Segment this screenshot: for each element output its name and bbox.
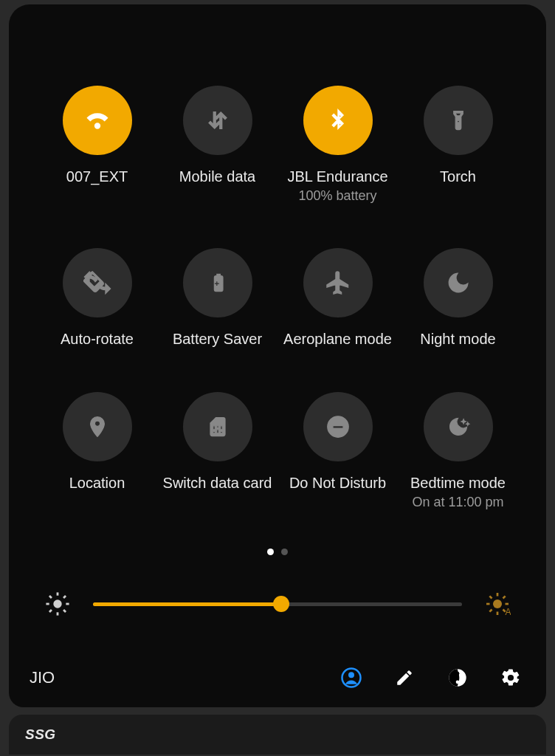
notification-title: SSG (25, 726, 56, 743)
tile-battery-saver[interactable]: Battery Saver (157, 248, 278, 348)
tile-mobile-data[interactable]: Mobile data (157, 86, 278, 204)
wifi-icon (63, 86, 132, 155)
tile-switch-data-card[interactable]: Switch data card (157, 392, 278, 510)
tile-label: 007_EXT (66, 168, 128, 185)
tile-label: Aeroplane mode (283, 331, 392, 348)
slider-fill (93, 602, 281, 606)
tile-label: Night mode (420, 331, 495, 348)
brightness-icon[interactable] (43, 591, 72, 616)
night-mode-icon (424, 248, 493, 317)
page-dot-active (267, 549, 274, 555)
brightness-row: A (37, 591, 518, 617)
auto-brightness-icon[interactable]: A (483, 591, 512, 617)
bedtime-icon (424, 392, 493, 461)
slider-thumb[interactable] (273, 596, 289, 612)
auto-rotate-icon (63, 248, 132, 317)
tile-wifi[interactable]: 007_EXT (37, 86, 157, 204)
theme-button[interactable] (443, 663, 472, 693)
edit-button[interactable] (390, 663, 419, 693)
svg-line-16 (489, 596, 492, 598)
location-icon (63, 392, 132, 461)
settings-button[interactable] (496, 663, 525, 693)
aeroplane-icon (303, 248, 373, 317)
quick-settings-panel: 007_EXT Mobile data JBL Endurance 100% b… (9, 4, 546, 707)
svg-line-19 (503, 596, 506, 598)
page-indicator[interactable] (37, 549, 518, 555)
user-button[interactable] (337, 663, 366, 693)
tile-aeroplane-mode[interactable]: Aeroplane mode (278, 248, 398, 348)
tile-label: Mobile data (179, 168, 255, 185)
notification-card[interactable]: SSG (9, 715, 546, 755)
tile-label: Do Not Disturb (289, 475, 386, 492)
bluetooth-icon (303, 86, 373, 155)
battery-saver-icon (183, 248, 252, 317)
tile-auto-rotate[interactable]: Auto-rotate (37, 248, 157, 348)
carrier-label: JIO (30, 668, 313, 687)
svg-line-8 (63, 610, 66, 612)
torch-icon (424, 86, 493, 155)
mobile-data-icon (183, 86, 252, 155)
sim-card-icon (183, 392, 252, 461)
tile-label: Switch data card (163, 475, 272, 492)
panel-footer: JIO (30, 663, 525, 693)
tile-night-mode[interactable]: Night mode (398, 248, 518, 348)
svg-text:A: A (506, 607, 511, 617)
tile-label: JBL Endurance (287, 168, 387, 185)
dnd-icon (303, 392, 373, 461)
tile-sublabel: 100% battery (298, 188, 376, 204)
tile-label: Battery Saver (173, 331, 262, 348)
svg-point-22 (348, 672, 354, 678)
svg-point-24 (456, 672, 460, 676)
tile-sublabel: On at 11:00 pm (412, 495, 503, 510)
svg-line-9 (49, 610, 52, 612)
svg-point-2 (53, 599, 61, 608)
tile-label: Location (69, 475, 125, 492)
tile-torch[interactable]: Torch (398, 86, 518, 204)
tile-location[interactable]: Location (37, 392, 157, 510)
tile-label: Auto-rotate (61, 331, 134, 348)
quick-settings-grid: 007_EXT Mobile data JBL Endurance 100% b… (37, 86, 518, 510)
svg-rect-1 (332, 426, 342, 429)
tile-label: Torch (440, 168, 476, 185)
tile-do-not-disturb[interactable]: Do Not Disturb (278, 392, 398, 510)
svg-point-11 (493, 599, 502, 608)
page-dot (281, 549, 288, 555)
svg-point-25 (456, 681, 460, 684)
tile-bluetooth[interactable]: JBL Endurance 100% battery (278, 86, 398, 204)
tile-bedtime-mode[interactable]: Bedtime mode On at 11:00 pm (398, 392, 518, 510)
svg-line-18 (489, 610, 492, 612)
svg-line-7 (49, 596, 52, 598)
tile-label: Bedtime mode (410, 475, 506, 492)
brightness-slider[interactable] (93, 595, 462, 613)
svg-line-10 (63, 596, 66, 598)
